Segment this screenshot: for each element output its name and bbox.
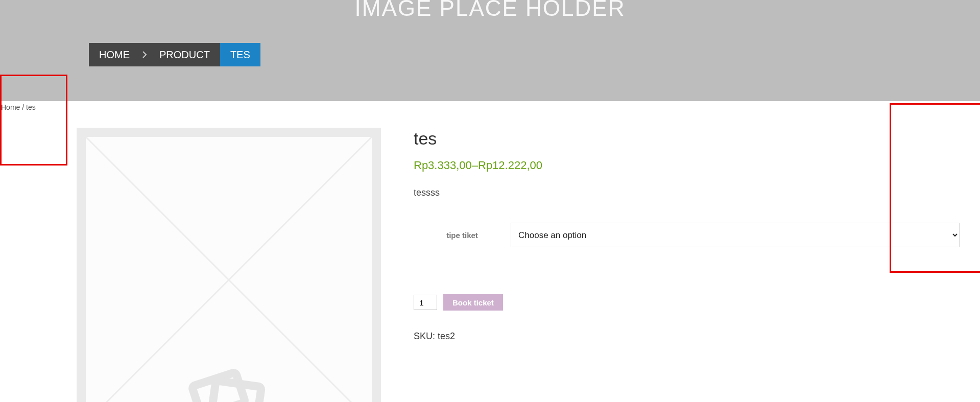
product-gallery[interactable] — [77, 128, 381, 402]
book-ticket-button[interactable]: Book ticket — [443, 294, 503, 311]
svg-line-1 — [86, 137, 372, 402]
hero-banner: IMAGE PLACE HOLDER HOME PRODUCT TES — [0, 0, 980, 101]
image-placeholder-icon — [185, 363, 272, 402]
sku-label: SKU: — [414, 331, 438, 341]
product-short-description: tessss — [414, 187, 960, 198]
product-price: Rp3.333,00–Rp12.222,00 — [414, 159, 960, 172]
secondary-breadcrumb: Home / tes — [0, 101, 980, 113]
hero-title: IMAGE PLACE HOLDER — [0, 0, 980, 19]
secondary-breadcrumb-current: tes — [26, 103, 36, 111]
product-title: tes — [414, 129, 960, 149]
svg-line-0 — [86, 137, 372, 402]
breadcrumb-home[interactable]: HOME — [89, 43, 140, 66]
variation-row: tipe tiket Choose an option — [414, 223, 960, 247]
page-body: Home / tes tes — [0, 101, 980, 402]
product-sku: SKU: tes2 — [414, 331, 960, 342]
breadcrumb-current[interactable]: TES — [220, 43, 260, 66]
chevron-right-icon — [140, 43, 149, 66]
product-container: tes Rp3.333,00–Rp12.222,00 tessss tipe t… — [0, 113, 980, 402]
variation-label: tipe tiket — [414, 231, 511, 240]
product-details: tes Rp3.333,00–Rp12.222,00 tessss tipe t… — [381, 128, 980, 342]
add-to-cart-row: Book ticket — [414, 294, 960, 311]
breadcrumb-bar: HOME PRODUCT TES — [89, 43, 260, 66]
product-image-placeholder — [86, 137, 372, 402]
quantity-stepper[interactable] — [414, 295, 437, 310]
sku-value: tes2 — [438, 331, 455, 341]
secondary-breadcrumb-home[interactable]: Home — [1, 103, 20, 111]
breadcrumb-product[interactable]: PRODUCT — [149, 43, 220, 66]
secondary-breadcrumb-sep: / — [20, 103, 26, 111]
variation-select[interactable]: Choose an option — [511, 223, 960, 247]
